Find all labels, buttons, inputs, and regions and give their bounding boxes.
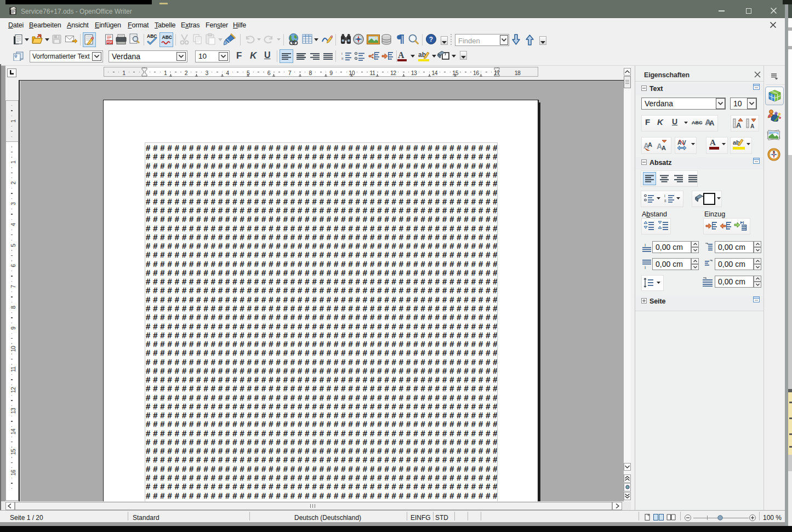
svg-text:II: II	[664, 199, 666, 203]
svg-text:I: I	[645, 243, 646, 248]
svg-text:I: I	[664, 194, 665, 198]
svg-text:V: V	[682, 140, 686, 146]
svg-text:A: A	[750, 123, 754, 129]
svg-text:I: I	[341, 52, 343, 55]
svg-text:A: A	[648, 141, 652, 148]
svg-text:A: A	[736, 121, 742, 129]
svg-text:PDF: PDF	[107, 41, 112, 44]
svg-text:II: II	[341, 57, 344, 60]
svg-text:?: ?	[429, 36, 433, 43]
svg-text:A: A	[662, 145, 666, 151]
svg-text:ABC: ABC	[162, 35, 172, 40]
svg-text:I: I	[645, 265, 646, 269]
svg-text:N: N	[773, 150, 775, 153]
